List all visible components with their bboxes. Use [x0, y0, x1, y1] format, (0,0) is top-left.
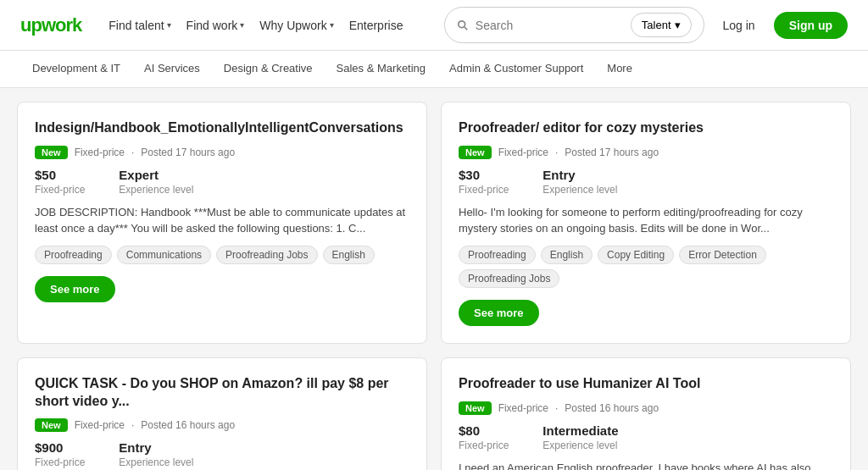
- price-row: $30 Fixed-price Entry Experience level: [459, 168, 833, 196]
- header: upwork Find talent ▾ Find work ▾ Why Upw…: [0, 0, 868, 51]
- main-content: Indesign/Handbook_EmotionallyIntelligent…: [0, 88, 868, 470]
- tag-3[interactable]: English: [323, 246, 375, 264]
- cat-development-it[interactable]: Development & IT: [20, 51, 132, 88]
- main-nav: Find talent ▾ Find work ▾ Why Upwork ▾ E…: [108, 19, 403, 32]
- chevron-down-icon: ▾: [167, 20, 171, 30]
- nav-find-talent[interactable]: Find talent ▾: [108, 19, 170, 32]
- job-type: Fixed-price: [498, 402, 548, 414]
- job-meta: New Fixed-price · Posted 17 hours ago: [35, 146, 409, 159]
- job-posted: Posted 16 hours ago: [141, 419, 235, 431]
- job-title: Proofreader to use Humanizer AI Tool: [459, 375, 833, 393]
- login-button[interactable]: Log in: [715, 14, 764, 37]
- price-label: Fixed-price: [459, 440, 509, 451]
- svg-line-1: [465, 26, 468, 30]
- job-tags: Proofreading English Copy Editing Error …: [459, 246, 833, 288]
- tag-1[interactable]: English: [541, 246, 593, 264]
- price-block: $30 Fixed-price: [459, 168, 509, 196]
- exp-block: Intermediate Experience level: [542, 423, 618, 451]
- price-label: Fixed-price: [459, 184, 509, 196]
- see-more-button-1[interactable]: See more: [35, 276, 115, 302]
- nav-enterprise[interactable]: Enterprise: [349, 19, 403, 32]
- price-block: $80 Fixed-price: [459, 423, 509, 451]
- search-input[interactable]: [476, 19, 624, 32]
- chevron-down-icon: ▾: [240, 20, 244, 30]
- job-title: Proofreader/ editor for cozy mysteries: [459, 119, 833, 137]
- tag-1[interactable]: Communications: [117, 246, 211, 264]
- tag-2[interactable]: Proofreading Jobs: [216, 246, 317, 264]
- tag-3[interactable]: Error Detection: [679, 246, 766, 264]
- see-more-button-2[interactable]: See more: [459, 300, 539, 326]
- cat-admin-support[interactable]: Admin & Customer Support: [437, 51, 595, 88]
- job-description: JOB DESCRIPTION: Handbook ***Must be abl…: [35, 204, 409, 237]
- price-amount: $900: [35, 440, 85, 455]
- job-title: QUICK TASK - Do you SHOP on Amazon? ill …: [35, 375, 409, 411]
- tag-0[interactable]: Proofreading: [35, 246, 112, 264]
- job-meta: New Fixed-price · Posted 16 hours ago: [459, 401, 833, 415]
- job-description: I need an American English proofreader. …: [459, 460, 833, 470]
- price-block: $900 Fixed-price: [35, 440, 85, 468]
- price-row: $80 Fixed-price Intermediate Experience …: [459, 423, 833, 451]
- job-tags: Proofreading Communications Proofreading…: [35, 246, 409, 264]
- exp-label: Experience level: [542, 440, 618, 451]
- exp-block: Entry Experience level: [542, 168, 617, 196]
- price-row: $50 Fixed-price Expert Experience level: [35, 168, 409, 196]
- job-type: Fixed-price: [498, 147, 548, 158]
- job-type: Fixed-price: [75, 419, 125, 431]
- job-card-2: Proofreader/ editor for cozy mysteries N…: [441, 102, 851, 344]
- talent-dropdown[interactable]: Talent ▾: [631, 13, 692, 37]
- tag-0[interactable]: Proofreading: [459, 246, 536, 264]
- price-label: Fixed-price: [35, 456, 85, 468]
- job-type: Fixed-price: [75, 147, 125, 158]
- price-amount: $50: [35, 168, 85, 182]
- job-posted: Posted 17 hours ago: [565, 147, 659, 158]
- chevron-down-icon: ▾: [675, 19, 681, 31]
- new-badge: New: [459, 401, 492, 415]
- job-description: Hello- I'm looking for someone to perfor…: [459, 204, 833, 237]
- job-grid: Indesign/Handbook_EmotionallyIntelligent…: [17, 102, 851, 470]
- job-card-4: Proofreader to use Humanizer AI Tool New…: [441, 357, 851, 470]
- nav-find-work[interactable]: Find work ▾: [186, 19, 245, 32]
- exp-label: Experience level: [119, 184, 193, 196]
- job-card-1: Indesign/Handbook_EmotionallyIntelligent…: [17, 102, 427, 344]
- svg-point-0: [459, 20, 465, 27]
- price-label: Fixed-price: [35, 184, 85, 196]
- exp-level: Entry: [542, 168, 617, 182]
- signup-button[interactable]: Sign up: [774, 12, 848, 39]
- price-amount: $80: [459, 423, 509, 438]
- upwork-logo[interactable]: upwork: [20, 14, 81, 36]
- job-posted: Posted 16 hours ago: [565, 402, 659, 414]
- job-meta: New Fixed-price · Posted 17 hours ago: [459, 146, 833, 159]
- exp-label: Experience level: [119, 456, 193, 468]
- cat-design-creative[interactable]: Design & Creative: [212, 51, 325, 88]
- search-icon: [457, 19, 469, 31]
- chevron-down-icon: ▾: [330, 20, 334, 30]
- cat-more[interactable]: More: [595, 51, 644, 88]
- category-nav: Development & IT AI Services Design & Cr…: [0, 51, 868, 88]
- job-posted: Posted 17 hours ago: [141, 147, 235, 158]
- job-meta: New Fixed-price · Posted 16 hours ago: [35, 418, 409, 432]
- search-bar: Talent ▾: [444, 7, 704, 43]
- exp-label: Experience level: [542, 184, 617, 196]
- price-block: $50 Fixed-price: [35, 168, 85, 196]
- cat-sales-marketing[interactable]: Sales & Marketing: [325, 51, 438, 88]
- tag-4[interactable]: Proofreading Jobs: [459, 269, 559, 288]
- header-right: Talent ▾ Log in Sign up: [444, 7, 848, 43]
- exp-level: Entry: [119, 440, 193, 455]
- job-title: Indesign/Handbook_EmotionallyIntelligent…: [35, 119, 409, 137]
- cat-ai-services[interactable]: AI Services: [132, 51, 212, 88]
- exp-level: Intermediate: [542, 423, 618, 438]
- new-badge: New: [35, 146, 68, 159]
- job-card-3: QUICK TASK - Do you SHOP on Amazon? ill …: [17, 357, 427, 470]
- exp-block: Entry Experience level: [119, 440, 193, 468]
- price-row: $900 Fixed-price Entry Experience level: [35, 440, 409, 468]
- exp-block: Expert Experience level: [119, 168, 193, 196]
- exp-level: Expert: [119, 168, 193, 182]
- new-badge: New: [35, 418, 68, 432]
- price-amount: $30: [459, 168, 509, 182]
- tag-2[interactable]: Copy Editing: [598, 246, 674, 264]
- new-badge: New: [459, 146, 492, 159]
- nav-why-upwork[interactable]: Why Upwork ▾: [259, 19, 333, 32]
